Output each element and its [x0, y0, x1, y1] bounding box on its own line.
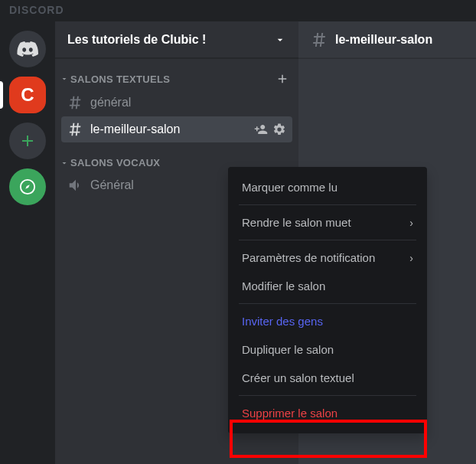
home-button[interactable]	[9, 31, 46, 67]
channel-name: général	[90, 96, 286, 109]
channel-le-meilleur-salon[interactable]: le-meilleur-salon	[61, 116, 292, 142]
menu-mute-channel[interactable]: Rendre le salon muet ›	[234, 208, 421, 237]
menu-invite-people[interactable]: Inviter des gens	[234, 307, 421, 335]
add-channel-button[interactable]	[275, 72, 289, 86]
menu-separator	[239, 204, 416, 205]
gear-icon[interactable]	[272, 123, 286, 136]
channel-general[interactable]: général	[61, 90, 292, 116]
active-guild-indicator	[0, 81, 3, 109]
menu-duplicate-channel[interactable]: Dupliquer le salon	[234, 335, 421, 364]
plus-icon	[275, 72, 289, 86]
explore-servers-button[interactable]	[9, 168, 46, 205]
menu-notification-settings[interactable]: Paramètres de notification ›	[234, 243, 421, 272]
menu-label: Créer un salon textuel	[242, 371, 354, 384]
menu-label: Supprimer le salon	[242, 407, 337, 420]
chevron-right-icon: ›	[409, 217, 413, 229]
menu-separator	[239, 303, 416, 304]
speaker-icon	[67, 177, 84, 194]
server-header[interactable]: Les tutoriels de Clubic !	[55, 21, 298, 58]
menu-label: Rendre le salon muet	[242, 216, 351, 229]
chevron-down-icon	[274, 34, 286, 46]
add-server-button[interactable]	[9, 123, 46, 159]
chevron-right-icon: ›	[409, 252, 413, 264]
hash-icon	[311, 31, 329, 49]
menu-label: Marquer comme lu	[242, 181, 337, 194]
menu-create-text-channel[interactable]: Créer un salon textuel	[234, 364, 421, 392]
category-label: Salons textuels	[70, 74, 170, 85]
chevron-down-icon	[60, 74, 69, 83]
menu-label: Dupliquer le salon	[242, 343, 334, 356]
menu-delete-channel[interactable]: Supprimer le salon	[234, 399, 421, 427]
compass-icon	[19, 178, 36, 195]
menu-edit-channel[interactable]: Modifier le salon	[234, 272, 421, 300]
server-name: Les tutoriels de Clubic !	[67, 33, 206, 47]
guild-clubic[interactable]: C	[9, 77, 46, 113]
guilds-column: C	[0, 21, 55, 205]
header-channel-name: le-meilleur-salon	[335, 33, 432, 47]
content-header: le-meilleur-salon	[298, 21, 476, 58]
menu-label: Inviter des gens	[242, 315, 323, 328]
menu-separator	[239, 395, 416, 396]
category-text-channels[interactable]: Salons textuels	[55, 58, 298, 89]
channel-name: le-meilleur-salon	[90, 123, 248, 136]
channel-context-menu: Marquer comme lu Rendre le salon muet › …	[228, 167, 427, 433]
menu-label: Modifier le salon	[242, 279, 325, 292]
hash-icon	[67, 121, 84, 138]
chevron-down-icon	[60, 158, 69, 168]
hash-icon	[67, 94, 84, 111]
category-label: Salons vocaux	[70, 157, 160, 168]
guild-initial: C	[21, 84, 34, 106]
menu-label: Paramètres de notification	[242, 251, 375, 264]
menu-mark-as-read[interactable]: Marquer comme lu	[234, 173, 421, 201]
plus-icon	[18, 132, 37, 150]
discord-wordmark: DISCORD	[9, 4, 64, 16]
menu-separator	[239, 240, 416, 240]
discord-logo-icon	[17, 41, 38, 57]
invite-icon[interactable]	[254, 123, 268, 136]
